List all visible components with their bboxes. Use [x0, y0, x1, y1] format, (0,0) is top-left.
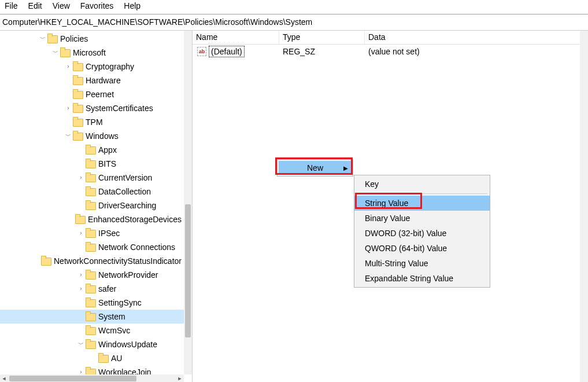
- menu-favorites[interactable]: Favorites: [80, 1, 114, 10]
- submenu-item-string-value[interactable]: String Value: [354, 196, 490, 211]
- submenu-item-label: Key: [365, 179, 379, 189]
- tree-item[interactable]: BITS: [0, 157, 184, 171]
- details-vertical-scrollbar[interactable]: [580, 31, 588, 382]
- tree-item-label: EnhancedStorageDevices: [88, 215, 182, 224]
- tree-item[interactable]: ›CurrentVersion: [0, 171, 184, 185]
- submenu-item-label: String Value: [365, 199, 408, 208]
- tree-item[interactable]: ›WorkplaceJoin: [0, 365, 184, 374]
- context-menu-item-new[interactable]: New ▶: [279, 161, 352, 175]
- tree-item[interactable]: ›NetworkProvider: [0, 268, 184, 282]
- folder-icon: [73, 76, 82, 85]
- menu-file[interactable]: File: [5, 1, 18, 10]
- tree-horizontal-scrollbar[interactable]: ◄ ►: [0, 374, 184, 382]
- column-header-name[interactable]: Name: [193, 31, 279, 44]
- tree-item[interactable]: Hardware: [0, 74, 184, 87]
- expand-icon[interactable]: ›: [64, 105, 73, 111]
- tree-item[interactable]: ﹀Windows: [0, 129, 184, 143]
- tree-item[interactable]: Appx: [0, 143, 184, 157]
- collapse-icon[interactable]: ﹀: [38, 36, 47, 42]
- submenu-item-binary-value[interactable]: Binary Value: [354, 211, 490, 226]
- address-bar[interactable]: Computer\HKEY_LOCAL_MACHINE\SOFTWARE\Pol…: [0, 14, 588, 31]
- menu-edit[interactable]: Edit: [28, 1, 42, 10]
- tree-item[interactable]: WcmSvc: [0, 324, 184, 337]
- tree-item-label: Hardware: [86, 76, 121, 85]
- submenu-arrow-icon: ▶: [343, 165, 348, 171]
- tree-item[interactable]: DriverSearching: [0, 199, 184, 212]
- folder-icon: [41, 257, 50, 265]
- collapse-icon[interactable]: ﹀: [76, 341, 86, 347]
- folder-icon: [86, 146, 95, 154]
- tree-item[interactable]: Network Connections: [0, 240, 184, 254]
- tree-item[interactable]: ﹀WindowsUpdate: [0, 337, 184, 351]
- submenu-item-qword[interactable]: QWORD (64-bit) Value: [354, 241, 490, 256]
- expand-icon[interactable]: ›: [76, 175, 86, 181]
- context-menu: New ▶: [277, 159, 353, 177]
- tree-item[interactable]: ›safer: [0, 282, 184, 296]
- collapse-icon[interactable]: ﹀: [64, 133, 73, 139]
- scroll-right-icon[interactable]: ►: [176, 376, 184, 381]
- menubar: File Edit View Favorites Help: [0, 0, 588, 14]
- folder-icon: [47, 35, 57, 43]
- tree-horizontal-scroll-thumb[interactable]: [9, 376, 136, 381]
- submenu-item-multistring[interactable]: Multi-String Value: [354, 256, 490, 271]
- new-submenu: Key String Value Binary Value DWORD (32-…: [354, 175, 490, 288]
- tree-item-label: System: [98, 312, 125, 321]
- submenu-item-expandable-string[interactable]: Expandable String Value: [354, 271, 490, 286]
- details-header: Name Type Data: [193, 31, 588, 45]
- folder-icon: [86, 326, 95, 335]
- value-row[interactable]: ab (Default) REG_SZ (value not set): [193, 45, 588, 58]
- expand-icon[interactable]: ›: [64, 64, 73, 69]
- tree-item[interactable]: ›SystemCertificates: [0, 101, 184, 115]
- tree-item-label: IPSec: [98, 229, 120, 238]
- tree-vertical-scrollbar[interactable]: [184, 31, 192, 374]
- tree-item-label: WindowsUpdate: [98, 340, 157, 349]
- tree-item[interactable]: ›Cryptography: [0, 60, 184, 74]
- column-header-type[interactable]: Type: [279, 31, 365, 44]
- collapse-icon[interactable]: ﹀: [51, 50, 60, 56]
- expand-icon[interactable]: ›: [76, 230, 86, 236]
- expand-icon[interactable]: ›: [76, 272, 86, 278]
- folder-icon: [86, 229, 95, 237]
- submenu-item-label: Expandable String Value: [365, 274, 453, 283]
- folder-icon: [73, 132, 82, 140]
- submenu-item-key[interactable]: Key: [354, 177, 490, 192]
- folder-icon: [73, 90, 82, 98]
- submenu-item-label: Binary Value: [365, 214, 410, 223]
- context-menu-item-label: New: [307, 163, 323, 172]
- folder-icon: [73, 104, 82, 112]
- tree-item[interactable]: SettingSync: [0, 296, 184, 310]
- tree-item[interactable]: ﹀Microsoft: [0, 46, 184, 60]
- scroll-left-icon[interactable]: ◄: [0, 376, 8, 381]
- tree-item-label: SystemCertificates: [86, 104, 153, 113]
- tree-item[interactable]: ›IPSec: [0, 226, 184, 240]
- tree-item[interactable]: NetworkConnectivityStatusIndicator: [0, 254, 184, 268]
- folder-icon: [86, 299, 95, 307]
- tree-vertical-scroll-thumb[interactable]: [185, 204, 191, 337]
- value-type: REG_SZ: [279, 45, 365, 58]
- folder-icon: [86, 243, 95, 251]
- submenu-item-dword[interactable]: DWORD (32-bit) Value: [354, 226, 490, 241]
- menu-view[interactable]: View: [53, 1, 70, 10]
- tree-item[interactable]: TPM: [0, 115, 184, 129]
- tree-item[interactable]: DataCollection: [0, 185, 184, 199]
- column-header-data[interactable]: Data: [365, 31, 588, 44]
- tree-item[interactable]: System: [0, 310, 184, 324]
- submenu-separator: [357, 193, 487, 194]
- string-value-icon: ab: [197, 47, 206, 56]
- tree-item[interactable]: EnhancedStorageDevices: [0, 212, 184, 226]
- folder-icon: [73, 118, 82, 126]
- submenu-item-label: QWORD (64-bit) Value: [365, 244, 447, 253]
- folder-icon: [86, 313, 95, 321]
- tree-item[interactable]: ﹀Policies: [0, 32, 184, 46]
- expand-icon[interactable]: ›: [76, 369, 86, 374]
- tree-item[interactable]: Peernet: [0, 87, 184, 101]
- tree-item-label: safer: [98, 284, 116, 293]
- tree-item-label: Peernet: [86, 90, 114, 99]
- folder-icon: [86, 368, 95, 374]
- expand-icon[interactable]: ›: [76, 286, 86, 292]
- folder-icon: [60, 49, 69, 57]
- details-pane: Name Type Data ab (Default) REG_SZ (valu…: [193, 31, 588, 382]
- tree-item[interactable]: AU: [0, 351, 184, 365]
- menu-help[interactable]: Help: [124, 1, 140, 10]
- folder-icon: [86, 340, 95, 348]
